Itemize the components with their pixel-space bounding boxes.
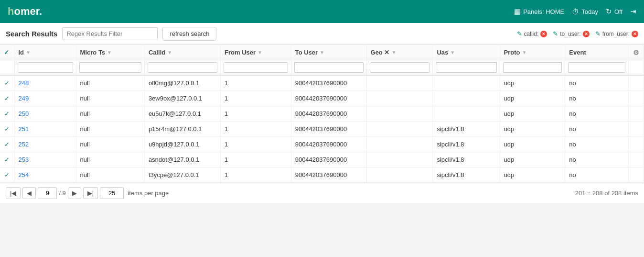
row-callid[interactable]: ofl0mg@127.0.0.1 [144,75,220,91]
filter-geo [366,60,433,76]
row-callid[interactable]: 3ew9ox@127.0.0.1 [144,91,220,106]
app-logo: homer. [8,5,42,18]
filter-geo-input[interactable] [370,62,430,73]
filter-callid-input[interactable] [148,62,217,73]
callid-filter-icon: ✎ [517,30,522,37]
logo-h: h [8,5,14,17]
last-page-button[interactable]: ▶| [83,187,98,199]
row-check[interactable]: ✓ [0,91,14,106]
row-callid[interactable]: asndot@127.0.0.1 [144,152,220,168]
row-id[interactable]: 250 [14,106,76,122]
col-uas[interactable]: Uas▼ [433,45,500,60]
filter-id [14,60,76,76]
items-per-page-input[interactable] [100,187,124,199]
row-proto: udp [500,106,565,122]
regex-filter-input[interactable] [62,27,158,40]
row-check[interactable]: ✓ [0,152,14,168]
clock-icon: ⏱ [572,8,579,16]
row-check[interactable]: ✓ [0,137,14,152]
row-settings [629,91,644,106]
row-id[interactable]: 253 [14,152,76,168]
col-check: ✓ [0,45,14,60]
row-callid[interactable]: p15r4m@127.0.0.1 [144,122,220,137]
panels-menu[interactable]: ▦ Panels: HOME [514,7,564,16]
row-geo [366,168,433,183]
row-check[interactable]: ✓ [0,75,14,91]
row-settings [629,75,644,91]
row-id[interactable]: 251 [14,122,76,137]
col-micro-ts[interactable]: Micro Ts▼ [76,45,144,60]
refresh-search-button[interactable]: refresh search [162,27,216,41]
col-to-user[interactable]: To User▼ [291,45,366,60]
col-event[interactable]: Event [565,45,629,60]
row-check[interactable]: ✓ [0,106,14,122]
filter-id-input[interactable] [18,62,73,73]
next-page-button[interactable]: ▶ [68,187,81,199]
row-check[interactable]: ✓ [0,168,14,183]
row-callid[interactable]: eu5u7k@127.0.0.1 [144,106,220,122]
row-id[interactable]: 249 [14,91,76,106]
row-uas: sipcli/v1.8 [433,122,500,137]
col-from-user[interactable]: From User▼ [221,45,291,60]
filter-event-input[interactable] [568,62,625,73]
refresh-toggle[interactable]: ↻ Off [606,7,623,16]
col-id[interactable]: Id▼ [14,45,76,60]
row-uas [433,91,500,106]
callid-filter-remove[interactable]: ✕ [540,31,547,37]
items-per-page-label: items per page [128,190,169,197]
export-button[interactable]: ⇥ [630,7,636,16]
filter-from-user-input[interactable] [224,62,288,73]
prev-page-button[interactable]: ◀ [22,187,36,199]
today-label: Today [581,8,598,15]
row-check[interactable]: ✓ [0,122,14,137]
col-callid[interactable]: Callid▼ [144,45,220,60]
row-to-user: 900442037690000 [291,75,366,91]
select-all-check[interactable]: ✓ [4,49,9,56]
row-geo [366,152,433,168]
row-id[interactable]: 248 [14,75,76,91]
settings-icon[interactable]: ⚙ [633,49,639,56]
table-row: ✓ 248 null ofl0mg@127.0.0.1 1 9004420376… [0,75,644,91]
first-page-button[interactable]: |◀ [6,187,21,199]
row-uas: sipcli/v1.8 [433,137,500,152]
col-geo[interactable]: Geo ✕▼ [366,45,433,60]
row-from-user: 1 [221,91,291,106]
row-proto: udp [500,137,565,152]
row-geo [366,91,433,106]
row-proto: udp [500,168,565,183]
row-id[interactable]: 252 [14,137,76,152]
filter-to-user-input[interactable] [294,62,364,73]
row-geo [366,75,433,91]
row-settings [629,152,644,168]
table-row: ✓ 252 null u9hpjd@127.0.0.1 1 9004420376… [0,137,644,152]
today-button[interactable]: ⏱ Today [572,8,598,16]
row-callid[interactable]: u9hpjd@127.0.0.1 [144,137,220,152]
current-page-input[interactable] [38,187,57,199]
row-event: no [565,75,629,91]
total-pages: / 9 [59,190,65,197]
table-header-row: ✓ Id▼ Micro Ts▼ Callid▼ From User▼ To Us… [0,45,644,60]
row-callid[interactable]: t3ycpe@127.0.0.1 [144,168,220,183]
row-uas: sipcli/v1.8 [433,168,500,183]
filter-uas-input[interactable] [436,62,496,73]
row-to-user: 900442037690000 [291,122,366,137]
row-geo [366,137,433,152]
col-settings[interactable]: ⚙ [629,45,644,60]
from-user-filter-remove[interactable]: ✕ [632,31,638,37]
row-to-user: 900442037690000 [291,137,366,152]
filter-micro-ts-input[interactable] [79,62,141,73]
filter-proto-input[interactable] [503,62,562,73]
to-user-filter-remove[interactable]: ✕ [583,31,590,37]
panels-label: Panels: HOME [523,8,564,15]
col-proto[interactable]: Proto▼ [500,45,565,60]
table-body: ✓ 248 null ofl0mg@127.0.0.1 1 9004420376… [0,75,644,183]
table-row: ✓ 250 null eu5u7k@127.0.0.1 1 9004420376… [0,106,644,122]
row-event: no [565,137,629,152]
row-id[interactable]: 254 [14,168,76,183]
pagination-info: 201 :: 208 of 208 items [575,190,638,197]
filter-proto [500,60,565,76]
row-micro-ts: null [76,137,144,152]
row-geo [366,122,433,137]
from-user-filter-icon: ✎ [595,30,601,37]
row-from-user: 1 [221,75,291,91]
